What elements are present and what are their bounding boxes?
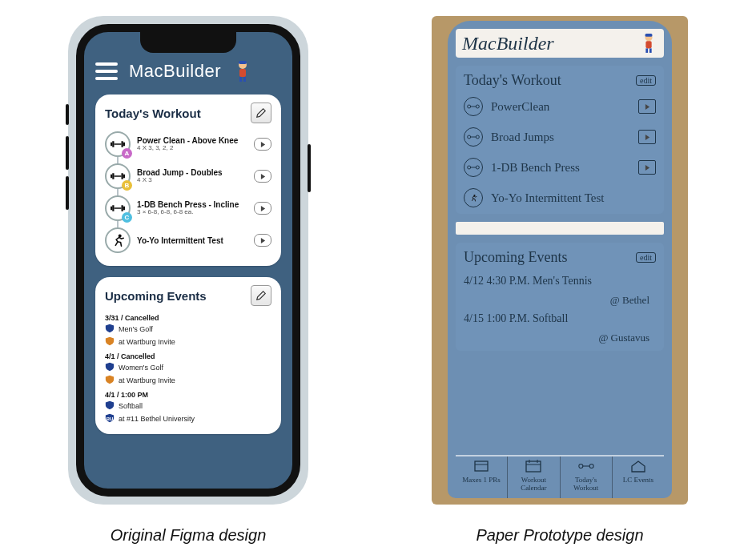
svg-rect-39 [526, 461, 541, 472]
paper-events-list: 4/12 4:30 P.M. Men's Tennis@ Bethel4/15 … [464, 274, 656, 344]
svg-point-27 [468, 105, 471, 108]
paper-workout-name: 1-DB Bench Press [491, 161, 580, 175]
phone-side-button [308, 144, 311, 192]
event-date-header: 3/31 / Cancelled [105, 314, 271, 322]
workout-card-title: Today's Workout [105, 107, 201, 120]
paper-workout-item[interactable]: Broad Jumps [464, 127, 656, 147]
event-date: 4/1 [105, 352, 115, 360]
edit-events-button[interactable] [251, 285, 271, 306]
svg-rect-26 [649, 48, 652, 53]
paper-workout-list: PowerCleanBroad Jumps1-DB Bench PressYo-… [464, 97, 656, 207]
paper-workout-item[interactable]: PowerClean [464, 97, 656, 116]
phone-side-button [66, 176, 69, 210]
paper-tab[interactable]: LC Events [613, 456, 664, 498]
play-button[interactable] [254, 234, 271, 247]
event-text: Women's Golf [119, 364, 163, 372]
play-button[interactable] [638, 160, 656, 175]
svg-point-30 [468, 135, 471, 139]
play-button[interactable] [254, 138, 271, 151]
event-line[interactable]: Men's Golf [105, 324, 271, 335]
svg-rect-1 [239, 61, 247, 64]
set-badge: A [122, 148, 132, 159]
event-line[interactable]: Women's Golf [105, 362, 271, 373]
svg-rect-12 [115, 175, 122, 177]
menu-button[interactable] [95, 62, 118, 80]
paper-event-line: 4/12 4:30 P.M. Men's Tennis [464, 274, 656, 289]
paper-edit-workout-button[interactable]: edit [636, 75, 656, 86]
pencil-icon [255, 107, 267, 119]
workout-sets: 4 X 3 [137, 177, 247, 184]
iphone-notch [140, 32, 236, 53]
svg-rect-16 [112, 205, 114, 211]
team-shield-icon [105, 400, 115, 412]
svg-rect-17 [115, 207, 122, 209]
event-text: Softball [119, 402, 143, 410]
upcoming-events-card: Upcoming Events 3/31 / CancelledMen's Go… [95, 277, 281, 434]
event-line[interactable]: at Wartburg Invite [105, 375, 271, 386]
mascot-icon [232, 59, 253, 83]
barbell-icon [464, 158, 483, 177]
play-button[interactable] [638, 99, 656, 114]
event-text: at Wartburg Invite [119, 376, 175, 384]
workout-item[interactable]: C1-DB Bench Press - Incline3 × 6-8, 6-8,… [105, 192, 271, 224]
pencil-icon [255, 290, 267, 301]
todays-workout-card: Today's Workout APower Clean - Above Kne… [95, 95, 281, 266]
paper-workout-name: PowerClean [491, 100, 549, 114]
paper-tab-label: Workout Calendar [509, 476, 557, 492]
paper-event-location: @ Gustavus [464, 332, 656, 344]
play-button[interactable] [254, 202, 271, 215]
runner-icon [105, 227, 131, 253]
app-screen: MacBuilder Today's Workout [84, 32, 292, 489]
svg-rect-4 [243, 77, 246, 82]
edit-workout-button[interactable] [251, 103, 271, 123]
paper-spacer [456, 222, 664, 235]
paper-column: MacBuilder Today's Workout edit PowerCle… [428, 16, 692, 527]
barbell-icon: C [105, 195, 131, 221]
event-line[interactable]: BUat #11 Bethel University [105, 413, 271, 424]
workout-item[interactable]: APower Clean - Above Knee4 X 3, 3, 2, 2 [105, 128, 271, 160]
svg-rect-13 [122, 173, 123, 179]
figma-caption: Original Figma design [56, 526, 320, 545]
paper-tab-label: Maxes 1 PRs [462, 476, 501, 484]
paper-workout-item[interactable]: 1-DB Bench Press [464, 158, 656, 177]
paper-tab[interactable]: Workout Calendar [508, 456, 560, 498]
play-button[interactable] [254, 170, 271, 183]
paper-events-title: Upcoming Events [464, 249, 567, 266]
paper-workout-item[interactable]: Yo-Yo Intermittent Test [464, 188, 656, 207]
event-date-header: 4/1 / Cancelled [105, 352, 271, 360]
paper-prototype-photo: MacBuilder Today's Workout edit PowerCle… [432, 16, 688, 505]
team-shield-icon: BU [105, 413, 115, 424]
paper-workout-title: Today's Workout [464, 72, 561, 89]
workout-text: Power Clean - Above Knee4 X 3, 3, 2, 2 [137, 136, 247, 152]
runner-icon [464, 188, 483, 207]
svg-rect-11 [112, 173, 114, 179]
phone-side-button [66, 104, 69, 125]
barbell-icon: A [105, 131, 131, 157]
workout-list: APower Clean - Above Knee4 X 3, 3, 2, 2B… [105, 128, 271, 256]
paper-edit-events-button[interactable]: edit [636, 252, 656, 263]
event-date: 4/1 [105, 391, 115, 399]
workout-sets: 3 × 6-8, 6-8, 6-8 ea. [137, 209, 247, 216]
paper-workout-name: Broad Jumps [491, 131, 554, 144]
paper-tab[interactable]: Today's Workout [561, 456, 613, 498]
workout-item[interactable]: BBroad Jump - Doubles4 X 3 [105, 160, 271, 192]
workout-item[interactable]: Yo-Yo Intermittent Test [105, 224, 271, 256]
set-badge: B [122, 180, 132, 191]
svg-rect-19 [123, 207, 125, 211]
play-button[interactable] [638, 130, 656, 144]
svg-rect-6 [112, 141, 114, 147]
svg-rect-8 [122, 141, 123, 147]
barbell-icon [464, 127, 483, 147]
figma-column: MacBuilder Today's Workout [56, 16, 320, 527]
team-shield-icon [105, 336, 115, 348]
event-line[interactable]: at Wartburg Invite [105, 336, 271, 348]
events-list: 3/31 / CancelledMen's Golfat Wartburg In… [105, 311, 271, 424]
event-line[interactable]: Softball [105, 400, 271, 412]
app-title: MacBuilder [129, 61, 221, 82]
paper-tab[interactable]: Maxes 1 PRs [456, 456, 508, 498]
comparison-stage: MacBuilder Today's Workout [0, 0, 756, 551]
event-date-header: 4/1 / 1:00 PM [105, 391, 271, 399]
paper-workout-card: Today's Workout edit PowerCleanBroad Jum… [456, 66, 664, 214]
paper-tab-label: LC Events [623, 476, 653, 484]
svg-rect-25 [645, 48, 648, 53]
